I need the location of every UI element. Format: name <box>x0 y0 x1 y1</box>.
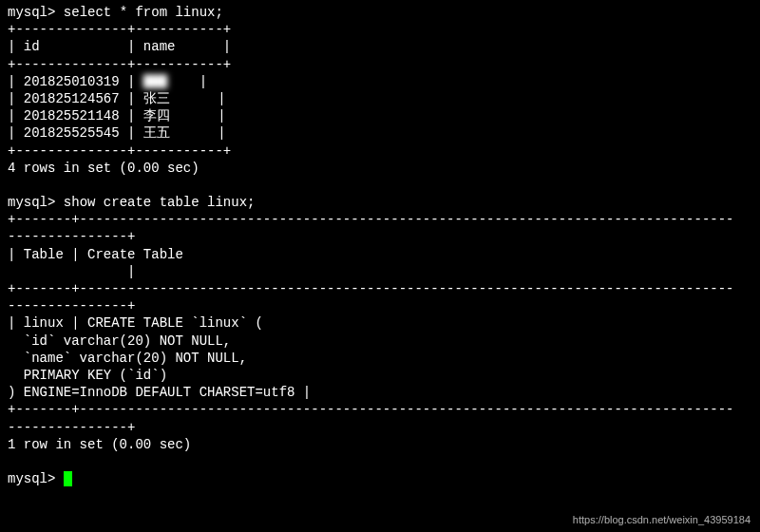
col-name-header: name <box>143 39 176 54</box>
table-row: | 201825525545 | 王五 | <box>8 124 752 142</box>
table-row: | 201825124567 | 张三 | <box>8 90 752 107</box>
cell-name: 李四 <box>143 108 170 124</box>
cell-id: 201825521148 <box>24 108 120 124</box>
ct-name: linux <box>24 315 64 331</box>
prompt: mysql> <box>8 5 55 20</box>
ct-sql-line3: `name` varchar(20) NOT NULL, <box>8 350 752 367</box>
prompt: mysql> <box>8 471 55 486</box>
long-sep: +-------+-------------------------------… <box>8 280 752 297</box>
long-sep-tail: ---------------+ <box>8 419 752 436</box>
cell-id: 201825010319 <box>24 74 120 89</box>
prompt: mysql> <box>8 195 55 210</box>
cell-id: 201825525545 <box>24 125 120 141</box>
table-header: | id | name | <box>8 38 752 55</box>
sql-query-2: show create table linux; <box>64 195 256 210</box>
long-sep-tail: ---------------+ <box>8 228 752 245</box>
blank-line <box>8 177 752 194</box>
table-sep: +--------------+-----------+ <box>8 142 752 160</box>
col-id-header: id <box>24 39 40 54</box>
terminal-output: mysql> select * from linux; +-----------… <box>8 4 752 487</box>
cell-name: 王五 <box>143 125 170 141</box>
long-sep-tail: ---------------+ <box>8 297 752 314</box>
rows-count: 4 rows in set (0.00 sec) <box>8 160 752 177</box>
long-sep: +-------+-------------------------------… <box>8 401 752 418</box>
blank-line <box>8 453 752 470</box>
ct-sql-line1: CREATE TABLE `linux` ( <box>87 315 263 331</box>
query-line-2: mysql> show create table linux; <box>8 194 752 211</box>
table-row: | 201825010319 | ███ | <box>8 73 752 90</box>
sql-query-1: select * from linux; <box>64 5 223 20</box>
create-table-body: | linux | CREATE TABLE `linux` ( <box>8 314 752 332</box>
ct-col-create: Create Table <box>87 247 183 262</box>
create-table-header: | Table | Create Table <box>8 246 752 263</box>
cell-name: 张三 <box>143 91 170 106</box>
ct-sql-line5: ) ENGINE=InnoDB DEFAULT CHARSET=utf8 | <box>8 384 752 401</box>
rows-count-2: 1 row in set (0.00 sec) <box>8 436 752 453</box>
table-sep: +--------------+-----------+ <box>8 21 752 38</box>
ct-sql-line2: `id` varchar(20) NOT NULL, <box>8 332 752 350</box>
cell-name-blurred: ███ <box>143 73 167 90</box>
ct-sql-line4: PRIMARY KEY (`id`) <box>8 367 752 384</box>
query-line-1: mysql> select * from linux; <box>8 4 752 21</box>
long-sep: +-------+-------------------------------… <box>8 211 752 228</box>
ct-header-pad: | <box>8 263 752 280</box>
table-sep: +--------------+-----------+ <box>8 56 752 73</box>
watermark-text: https://blog.csdn.net/weixin_43959184 <box>573 513 750 526</box>
cell-id: 201825124567 <box>24 91 120 106</box>
ct-col-table: Table <box>24 247 64 262</box>
table-row: | 201825521148 | 李四 | <box>8 107 752 124</box>
prompt-line[interactable]: mysql> <box>8 470 752 487</box>
cursor-icon <box>64 471 72 486</box>
